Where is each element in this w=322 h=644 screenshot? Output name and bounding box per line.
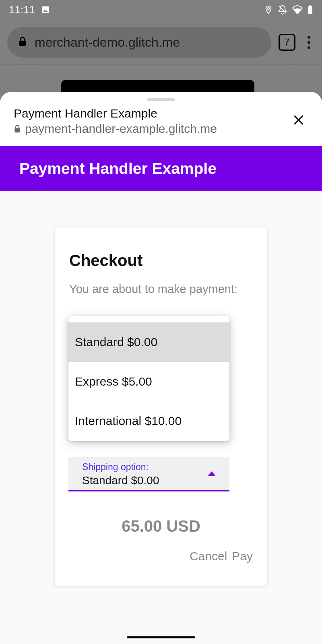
location-icon: [264, 5, 273, 14]
shipping-option-international[interactable]: International $10.00: [68, 401, 229, 441]
wifi-icon: [292, 5, 303, 14]
sheet-header: Payment Handler Example payment-handler-…: [0, 103, 322, 146]
checkout-subtitle: You are about to make payment:: [69, 283, 253, 296]
total-amount: 65.00 USD: [55, 517, 267, 535]
payment-sheet: Payment Handler Example payment-handler-…: [0, 92, 322, 644]
sheet-drag-handle[interactable]: [147, 98, 175, 101]
svg-rect-4: [308, 6, 312, 14]
browser-toolbar: merchant-demo.glitch.me 7: [0, 24, 322, 60]
cancel-button[interactable]: Cancel: [190, 549, 227, 563]
app-banner-title: Payment Handler Example: [19, 160, 217, 177]
tab-switcher-button[interactable]: 7: [279, 34, 295, 51]
browser-menu-button[interactable]: [303, 36, 315, 49]
app-banner: Payment Handler Example: [0, 146, 322, 191]
address-url: merchant-demo.glitch.me: [35, 35, 180, 50]
checkout-title: Checkout: [69, 252, 253, 270]
status-bar: 11:11: [0, 0, 322, 19]
shipping-option-express[interactable]: Express $5.00: [68, 362, 229, 401]
action-row: Cancel Pay: [190, 549, 253, 563]
shipping-select[interactable]: Shipping option: Standard $0.00: [68, 457, 229, 491]
notifications-off-icon: [278, 5, 287, 14]
pay-button[interactable]: Pay: [232, 549, 253, 563]
tab-count-value: 7: [284, 37, 289, 48]
shipping-option-standard[interactable]: Standard $0.00: [68, 322, 229, 362]
svg-point-2: [268, 8, 270, 10]
sheet-origin-text: payment-handler-example.glitch.me: [25, 122, 217, 136]
content-area: Checkout You are about to make payment: …: [0, 191, 322, 644]
checkout-card: Checkout You are about to make payment: …: [55, 227, 267, 586]
bottom-divider: [0, 623, 322, 623]
address-bar[interactable]: merchant-demo.glitch.me: [7, 27, 271, 58]
home-indicator[interactable]: [127, 636, 195, 638]
status-time: 11:11: [9, 4, 35, 16]
svg-rect-7: [14, 128, 20, 132]
battery-icon: [308, 5, 313, 14]
image-icon: [41, 5, 50, 14]
page-content-stub: [61, 80, 254, 93]
shipping-select-value: Standard $0.00: [82, 474, 223, 487]
lock-icon: [19, 37, 27, 48]
chevron-up-icon: [208, 471, 216, 476]
sheet-title: Payment Handler Example: [14, 107, 217, 120]
svg-rect-6: [19, 41, 26, 46]
shipping-dropdown-list: Standard $0.00 Express $5.00 Internation…: [68, 316, 229, 441]
shipping-select-label: Shipping option:: [82, 462, 223, 473]
close-button[interactable]: [289, 110, 308, 132]
sheet-origin: payment-handler-example.glitch.me: [14, 122, 217, 136]
toolbar-divider: [0, 64, 322, 65]
svg-rect-5: [310, 5, 311, 6]
